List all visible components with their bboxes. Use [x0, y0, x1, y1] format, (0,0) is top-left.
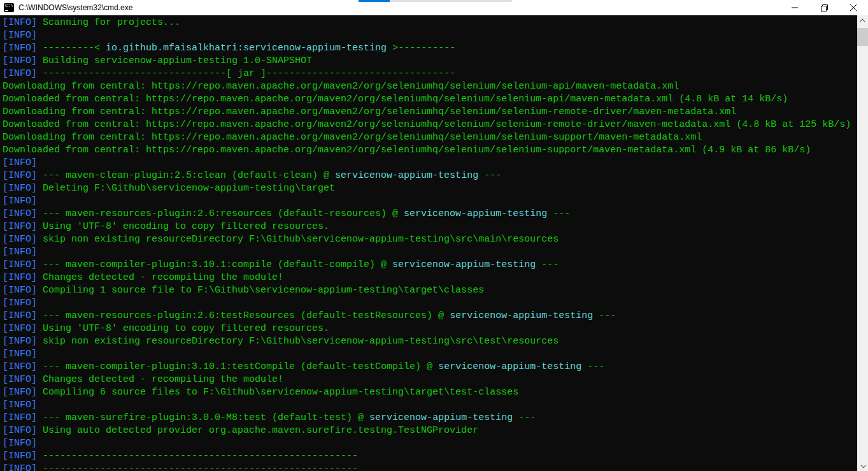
scrollbar-track[interactable] — [857, 15, 868, 471]
window-controls — [780, 0, 868, 15]
background-window-accent — [359, 0, 390, 2]
terminal-line: [INFO] ---------------------------------… — [3, 463, 857, 471]
close-button[interactable] — [839, 0, 868, 15]
terminal-line: [INFO] — [3, 437, 857, 450]
terminal-line: [INFO] Changes detected - recompiling th… — [3, 373, 857, 386]
terminal-line: [INFO] Compiling 6 source files to F:\Gi… — [3, 386, 857, 399]
scroll-down-button[interactable] — [857, 460, 868, 471]
terminal-line: [INFO] --- maven-resources-plugin:2.6:re… — [3, 208, 857, 221]
terminal-output[interactable]: [INFO] Scanning for projects...[INFO][IN… — [0, 15, 857, 471]
minimize-icon — [792, 4, 798, 11]
terminal-line: [INFO] — [3, 157, 857, 170]
terminal-line: [INFO] — [3, 195, 857, 208]
terminal-line: Downloaded from central: https://repo.ma… — [3, 144, 857, 157]
terminal-line: Downloading from central: https://repo.m… — [3, 80, 857, 93]
terminal-line: [INFO] --------------------------------[… — [3, 68, 857, 80]
terminal-line: Downloaded from central: https://repo.ma… — [3, 119, 857, 131]
terminal-line: [INFO] Compiling 1 source file to F:\Git… — [3, 284, 857, 297]
terminal-line: [INFO] --- maven-resources-plugin:2.6:te… — [3, 310, 857, 322]
titlebar[interactable]: C:\WINDOWS\system32\cmd.exe — [0, 0, 868, 15]
background-window-strip — [359, 0, 512, 2]
terminal-line: [INFO] Using auto detected provider org.… — [3, 424, 857, 437]
cmd-icon — [4, 3, 14, 12]
terminal-line: [INFO] skip non existing resourceDirecto… — [3, 233, 857, 246]
terminal-line: [INFO] --- maven-clean-plugin:2.5:clean … — [3, 170, 857, 182]
scroll-up-button[interactable] — [857, 15, 868, 26]
terminal-line: [INFO] --- maven-compiler-plugin:3.10.1:… — [3, 259, 857, 272]
terminal-line: [INFO] — [3, 297, 857, 310]
terminal-line: [INFO] Using 'UTF-8' encoding to copy fi… — [3, 221, 857, 233]
terminal-line: [INFO] Scanning for projects... — [3, 17, 857, 29]
terminal-line: [INFO] skip non existing resourceDirecto… — [3, 335, 857, 348]
window-title: C:\WINDOWS\system32\cmd.exe — [18, 3, 132, 12]
terminal-line: [INFO] — [3, 399, 857, 412]
terminal-line: [INFO] Using 'UTF-8' encoding to copy fi… — [3, 322, 857, 335]
terminal-line: [INFO] Building servicenow-appium-testin… — [3, 55, 857, 68]
terminal-line: [INFO] — [3, 29, 857, 42]
background-window-edge — [390, 0, 512, 2]
terminal-line: [INFO] — [3, 246, 857, 259]
terminal-line: [INFO] — [3, 348, 857, 361]
terminal-line: [INFO] Deleting F:\Github\servicenow-app… — [3, 182, 857, 195]
terminal-line: Downloading from central: https://repo.m… — [3, 106, 857, 119]
close-icon — [850, 4, 857, 11]
restore-icon — [821, 4, 828, 11]
scrollbar-thumb[interactable] — [857, 28, 868, 46]
terminal-line: Downloaded from central: https://repo.ma… — [3, 93, 857, 106]
terminal-line: Downloading from central: https://repo.m… — [3, 131, 857, 144]
terminal-line: [INFO] ---------< io.github.mfaisalkhatr… — [3, 42, 857, 55]
terminal-line: [INFO] --- maven-surefire-plugin:3.0.0-M… — [3, 412, 857, 424]
minimize-button[interactable] — [780, 0, 809, 15]
terminal-line: [INFO] Changes detected - recompiling th… — [3, 272, 857, 284]
terminal-line: [INFO] --- maven-compiler-plugin:3.10.1:… — [3, 361, 857, 373]
chevron-down-icon — [860, 463, 865, 468]
terminal-line: [INFO] ---------------------------------… — [3, 450, 857, 463]
chevron-up-icon — [860, 18, 865, 24]
restore-button[interactable] — [809, 0, 839, 15]
